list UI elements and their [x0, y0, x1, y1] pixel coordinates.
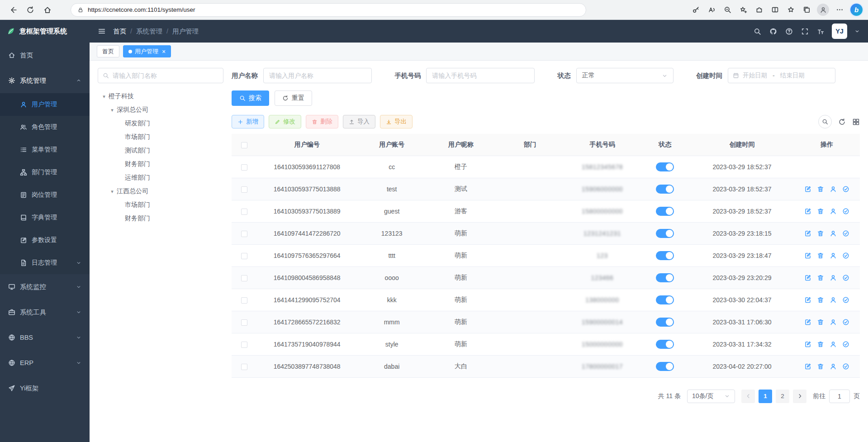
- more-icon[interactable]: [833, 3, 846, 17]
- reset-password-button[interactable]: [830, 341, 837, 348]
- sidebar-item-system-tools[interactable]: 系统工具: [0, 299, 90, 325]
- status-toggle[interactable]: [656, 318, 674, 327]
- assign-role-button[interactable]: [842, 230, 849, 237]
- assign-role-button[interactable]: [842, 296, 849, 304]
- sidebar-item-menu-management[interactable]: 菜单管理: [0, 138, 90, 161]
- row-checkbox[interactable]: [241, 297, 247, 304]
- help-icon[interactable]: [785, 28, 793, 35]
- reset-password-button[interactable]: [830, 208, 837, 215]
- reset-password-button[interactable]: [830, 252, 837, 259]
- edit-user-button[interactable]: [804, 252, 811, 259]
- row-checkbox[interactable]: [241, 231, 247, 237]
- sidebar-item-home[interactable]: 首页: [0, 43, 90, 68]
- toggle-search-button[interactable]: [818, 115, 832, 128]
- status-toggle[interactable]: [656, 362, 674, 371]
- dept-search-input[interactable]: [113, 72, 218, 79]
- status-toggle[interactable]: [656, 185, 674, 194]
- copilot-icon[interactable]: b: [850, 4, 863, 16]
- address-bar[interactable]: https://ccnetcore.com:1101/system/user: [71, 3, 586, 17]
- split-screen-icon[interactable]: [768, 3, 782, 17]
- sidebar-item-dept-management[interactable]: 部门管理: [0, 161, 90, 184]
- row-checkbox[interactable]: [241, 275, 247, 281]
- breadcrumb-item[interactable]: 系统管理: [136, 27, 162, 36]
- assign-role-button[interactable]: [842, 185, 849, 193]
- browser-home-button[interactable]: [40, 3, 55, 17]
- reset-button[interactable]: 重置: [275, 90, 312, 106]
- tree-expand-caret-icon[interactable]: ▾: [108, 107, 117, 113]
- assign-role-button[interactable]: [842, 252, 849, 259]
- collections-icon[interactable]: [800, 3, 813, 17]
- prev-page-button[interactable]: [741, 390, 755, 403]
- delete-user-button[interactable]: [817, 185, 824, 193]
- edit-button[interactable]: 修改: [269, 115, 301, 128]
- row-checkbox[interactable]: [241, 364, 247, 370]
- export-button[interactable]: 导出: [380, 115, 413, 128]
- search-icon[interactable]: [754, 28, 761, 35]
- date-range-picker[interactable]: 开始日期 - 结束日期: [728, 68, 835, 83]
- reset-password-button[interactable]: [830, 274, 837, 281]
- tree-node[interactable]: ▾深圳总公司: [98, 103, 223, 117]
- status-toggle[interactable]: [656, 251, 674, 260]
- tree-node[interactable]: ▾橙子科技: [98, 90, 223, 103]
- row-checkbox[interactable]: [241, 164, 247, 171]
- status-toggle[interactable]: [656, 162, 674, 171]
- edit-user-button[interactable]: [804, 185, 811, 193]
- edit-user-button[interactable]: [804, 296, 811, 304]
- sidebar-item-yi-framework[interactable]: Yi框架: [0, 375, 90, 401]
- tree-node[interactable]: 财务部门: [98, 157, 223, 171]
- page-size-select[interactable]: 10条/页: [687, 390, 735, 403]
- font-size-icon[interactable]: [817, 28, 825, 35]
- delete-user-button[interactable]: [817, 274, 824, 281]
- row-checkbox[interactable]: [241, 319, 247, 326]
- tree-node[interactable]: 研发部门: [98, 117, 223, 130]
- user-avatar[interactable]: YJ: [832, 24, 847, 39]
- tab-close-icon[interactable]: ×: [162, 48, 166, 55]
- sidebar-item-role-management[interactable]: 角色管理: [0, 116, 90, 138]
- sidebar-item-param-settings[interactable]: 参数设置: [0, 229, 90, 252]
- delete-user-button[interactable]: [817, 341, 824, 348]
- browser-back-button[interactable]: [5, 3, 21, 17]
- browser-profile-avatar[interactable]: [817, 4, 829, 16]
- extensions-icon[interactable]: [752, 3, 766, 17]
- delete-user-button[interactable]: [817, 230, 824, 237]
- collapse-sidebar-icon[interactable]: [98, 27, 106, 35]
- password-icon[interactable]: [689, 3, 702, 17]
- read-aloud-icon[interactable]: [705, 3, 718, 17]
- status-select[interactable]: 正常: [576, 68, 674, 83]
- edit-user-button[interactable]: [804, 318, 811, 326]
- edit-user-button[interactable]: [804, 274, 811, 281]
- reset-password-button[interactable]: [830, 296, 837, 304]
- sidebar-item-system-management[interactable]: 系统管理: [0, 68, 90, 93]
- refresh-table-button[interactable]: [838, 118, 846, 126]
- delete-user-button[interactable]: [817, 208, 824, 215]
- edit-user-button[interactable]: [804, 208, 811, 215]
- browser-refresh-button[interactable]: [23, 3, 38, 17]
- sidebar-item-dict-management[interactable]: 字典管理: [0, 206, 90, 229]
- assign-role-button[interactable]: [842, 341, 849, 348]
- delete-user-button[interactable]: [817, 296, 824, 304]
- add-button[interactable]: 新增: [232, 115, 264, 128]
- delete-user-button[interactable]: [817, 252, 824, 259]
- delete-user-button[interactable]: [817, 318, 824, 326]
- reset-password-button[interactable]: [830, 230, 837, 237]
- sidebar-item-system-monitor[interactable]: 系统监控: [0, 274, 90, 299]
- sidebar-item-log-management[interactable]: 日志管理: [0, 252, 90, 274]
- next-page-button[interactable]: [793, 390, 806, 403]
- edit-user-button[interactable]: [804, 363, 811, 370]
- edit-user-button[interactable]: [804, 230, 811, 237]
- breadcrumb-item[interactable]: 首页: [113, 27, 126, 36]
- github-icon[interactable]: [769, 28, 777, 35]
- assign-role-button[interactable]: [842, 274, 849, 281]
- assign-role-button[interactable]: [842, 208, 849, 215]
- reset-password-button[interactable]: [830, 318, 837, 326]
- sidebar-item-erp[interactable]: ERP: [0, 350, 90, 375]
- tree-expand-caret-icon[interactable]: ▾: [108, 189, 117, 195]
- status-toggle[interactable]: [656, 207, 674, 216]
- delete-user-button[interactable]: [817, 363, 824, 370]
- import-button[interactable]: 导入: [343, 115, 375, 128]
- favorites-bar-icon[interactable]: [784, 3, 797, 17]
- zoom-icon[interactable]: [721, 3, 734, 17]
- row-checkbox[interactable]: [241, 342, 247, 348]
- status-toggle[interactable]: [656, 273, 674, 282]
- tree-node[interactable]: 测试部门: [98, 144, 223, 157]
